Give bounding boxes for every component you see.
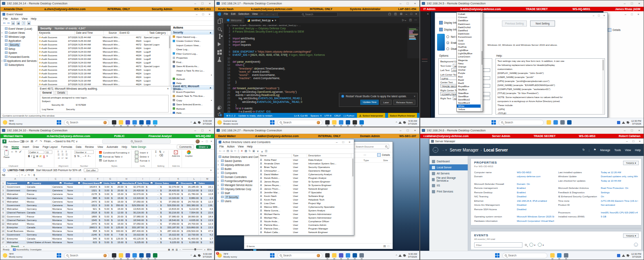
tab-details[interactable]: Details <box>55 91 67 95</box>
minimize-button[interactable]: – <box>192 129 198 132</box>
font-size-select[interactable]: 11 ∨ <box>45 150 52 154</box>
property-value-link[interactable]: Enabled <box>517 191 526 194</box>
app-breadcrumb-root[interactable]: Server Manager <box>450 148 479 152</box>
clock[interactable]: 12:30 PM3/7/2026 <box>631 120 641 125</box>
sidebar-item[interactable]: Local Server <box>429 164 468 170</box>
toolbar-icon[interactable]: ⧉ <box>231 149 233 153</box>
close-tab-icon[interactable]: × <box>275 19 276 22</box>
clear-button[interactable]: ⌫ <box>159 154 163 157</box>
color-option[interactable]: DarkRed <box>457 29 483 32</box>
table-row[interactable]: 15GovernmentGermanyMontanaNone21465.007.… <box>0 233 214 237</box>
indent-icon[interactable]: ⇥ <box>58 156 61 159</box>
filter-dropdown-icon[interactable]: ▾ <box>194 182 196 184</box>
row-header[interactable]: 11 <box>0 219 6 222</box>
tree-item[interactable]: ▾Windows Logs <box>1 35 37 39</box>
taskbar-app-icon[interactable] <box>553 120 558 125</box>
increase-decimal-icon[interactable]: ←.0 <box>83 155 86 158</box>
zoom-level[interactable]: 85% <box>207 248 212 251</box>
minimize-button[interactable]: – <box>624 139 630 143</box>
color-option[interactable]: Orange <box>457 65 483 68</box>
taskbar-app-icon[interactable] <box>339 120 343 125</box>
scrollbar[interactable] <box>481 12 483 111</box>
taskbar-app-icon[interactable] <box>339 253 343 258</box>
clock[interactable]: 9:30 AM3/7/2026 <box>408 120 417 125</box>
event-row[interactable]: Audit Success3/7/2026 9:25:44 AMMicrosof… <box>38 46 171 50</box>
taskbar-app-icon[interactable] <box>112 253 116 258</box>
color-option[interactable]: Red2 <box>457 78 483 82</box>
table-row[interactable]: 6MidmarketMexicoCarreteraNone24703.0015.… <box>0 200 214 204</box>
maximize-button[interactable]: □ <box>598 14 600 17</box>
table-header-cell[interactable]: Segment▾ <box>6 181 31 185</box>
eol-sequence[interactable]: CRLF <box>334 114 341 117</box>
event-row[interactable]: Audit Success3/7/2026 9:23:41 AMMicrosof… <box>38 68 171 72</box>
close-button[interactable]: × <box>636 2 642 5</box>
taskbar-app-icon[interactable] <box>132 253 137 258</box>
share-button[interactable]: Share ∨ <box>196 145 211 149</box>
scrollbar[interactable] <box>352 158 354 235</box>
update-status-text[interactable]: Update is ready, click to restart. <box>238 114 273 117</box>
clock[interactable]: 9:30 AM3/7/2026 <box>202 253 212 258</box>
show-console-tree-icon[interactable]: ▤ <box>11 21 15 25</box>
number-format-select[interactable]: Number ∨ <box>74 150 94 154</box>
format-painter-icon[interactable]: 🖌 <box>19 150 23 153</box>
event-row[interactable]: Audit Success3/7/2026 9:24:03 AMMicrosof… <box>38 61 171 64</box>
underline-button[interactable]: U <box>33 155 35 158</box>
property-value-link[interactable]: Real-Time Protection: On <box>601 186 629 189</box>
scrollbar[interactable] <box>602 59 604 114</box>
bold-button[interactable]: B <box>28 155 30 158</box>
sidebar-item[interactable]: IIS <box>429 182 468 188</box>
minimize-button[interactable]: – <box>334 140 339 144</box>
export-icon[interactable]: ▣ <box>27 21 31 25</box>
taskbar-app-icon[interactable] <box>139 253 144 258</box>
tree-item[interactable]: Subscriptions <box>1 63 37 67</box>
search-box[interactable]: Search <box>102 139 171 144</box>
details-button[interactable]: Details <box>377 153 390 157</box>
property-value-link[interactable]: odyssey-defense.com <box>517 175 541 178</box>
minimize-button[interactable]: – <box>622 129 627 132</box>
color-option[interactable]: ForestGreen <box>457 35 483 39</box>
ribbon-tab[interactable]: Review <box>85 145 94 148</box>
menu-item[interactable]: Help <box>247 145 252 148</box>
taskbar-app-icon[interactable] <box>346 120 350 125</box>
color-option[interactable]: DarkOrchid <box>457 26 483 29</box>
tree-item[interactable]: ▸Builtin <box>217 167 258 171</box>
tree-item[interactable]: Event Viewer (Local) <box>1 27 37 31</box>
update-now-button[interactable]: Update Now <box>360 100 379 105</box>
maximize-button[interactable]: □ <box>206 140 208 143</box>
maximize-button[interactable]: □ <box>200 129 205 132</box>
close-button[interactable]: × <box>211 140 212 143</box>
close-button[interactable]: × <box>207 129 213 132</box>
minimap[interactable] <box>407 27 419 58</box>
table-header-cell[interactable]: Sales▾ <box>198 181 214 185</box>
tree-item[interactable]: System <box>1 51 37 55</box>
column-letter[interactable]: L <box>188 178 201 181</box>
header-menu-item[interactable]: View <box>625 149 631 151</box>
tree-item[interactable]: Active Directory Users and Com <box>217 155 258 159</box>
taskbar-app-icon[interactable] <box>139 120 144 125</box>
table-row[interactable]: 13EnterpriseCanadaMontanaNone2665.55.001… <box>0 226 214 229</box>
encoding[interactable]: UTF-8 <box>324 114 332 117</box>
tray-overflow-icon[interactable]: ^ <box>190 121 192 124</box>
events-filter-input[interactable] <box>474 242 522 248</box>
conditional-formatting-button[interactable]: Conditional Formatting ∨ <box>99 150 130 154</box>
decrease-decimal-icon[interactable]: .0→ <box>87 155 91 158</box>
command-search-box[interactable]: Search <box>277 12 338 16</box>
user-row[interactable]: James Reyes...UserSr Systems Engineer <box>259 183 354 187</box>
refresh-icon[interactable]: ↻ <box>582 148 585 151</box>
property-value-link[interactable]: Today at 12:26 AM <box>601 171 621 174</box>
maximize-button[interactable]: □ <box>341 140 346 144</box>
forward-button[interactable]: → ▾ <box>441 148 447 152</box>
taskbar-app-icon[interactable] <box>332 120 336 125</box>
toolbar-icon[interactable]: ✂ <box>234 149 236 153</box>
color-option[interactable]: DarkViolet <box>457 32 483 35</box>
sheet-tab[interactable]: Sheet1 <box>9 245 21 248</box>
color-option[interactable]: LimeGreen <box>457 55 483 58</box>
delete-cells-button[interactable]: Delete ∨ <box>135 154 150 158</box>
page-break-icon[interactable]: ▥ <box>175 248 178 251</box>
color-option[interactable]: Yellow <box>457 108 483 111</box>
ribbon-tab[interactable]: Page Layout <box>43 145 58 148</box>
sidebar-item[interactable]: File and Storage Services ▸ <box>429 176 468 182</box>
filter-dropdown-icon[interactable]: ▾ <box>78 182 80 184</box>
row-header[interactable]: 3 <box>0 189 6 192</box>
header-menu-item[interactable]: Tools <box>614 149 621 151</box>
